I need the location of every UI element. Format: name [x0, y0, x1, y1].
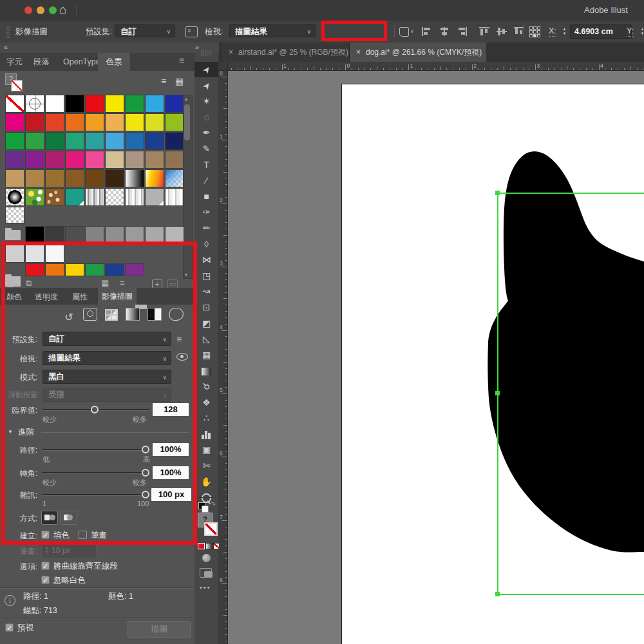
drawing-mode-icon[interactable] — [202, 554, 211, 562]
swatch[interactable] — [25, 113, 44, 131]
canvas[interactable] — [228, 71, 644, 644]
selection-tool[interactable]: ➤ — [194, 62, 218, 77]
black-and-white-icon[interactable] — [147, 308, 162, 321]
swatch[interactable] — [85, 132, 104, 150]
swatch[interactable] — [85, 169, 104, 187]
swatch[interactable] — [165, 132, 184, 150]
panel-grip[interactable] — [6, 25, 10, 38]
home-icon[interactable]: ⌂ — [59, 3, 66, 17]
swatch[interactable] — [45, 132, 64, 150]
swatch[interactable] — [45, 188, 64, 206]
swatch[interactable] — [65, 263, 84, 276]
eye-icon[interactable] — [176, 353, 188, 361]
preview-checkbox-checked[interactable]: ✓ — [5, 623, 14, 632]
x-stepper[interactable]: ▴▾ — [562, 26, 567, 35]
panel-menu-icon[interactable]: ≡ — [179, 55, 184, 66]
maximize-window-icon[interactable] — [49, 6, 57, 14]
swatch[interactable] — [105, 113, 124, 131]
scale-tool[interactable]: ◳ — [194, 268, 218, 283]
swatch[interactable] — [105, 95, 124, 113]
collapse-panels-icon[interactable]: « — [4, 43, 8, 51]
eyedropper-tool[interactable]: ⚲ — [194, 379, 218, 394]
swatch[interactable] — [25, 151, 44, 169]
swatch[interactable] — [5, 113, 24, 131]
selection-bbox-top[interactable] — [497, 193, 644, 194]
swatch-group-folder-icon[interactable] — [5, 230, 21, 240]
swatch[interactable] — [165, 226, 184, 244]
swatch[interactable] — [145, 188, 164, 206]
swatch[interactable] — [65, 169, 84, 187]
close-window-icon[interactable] — [24, 6, 32, 14]
lasso-tool[interactable]: ◌ — [194, 109, 218, 125]
swatch[interactable] — [145, 226, 164, 244]
toolbar-grip[interactable] — [201, 50, 213, 56]
swatch[interactable] — [45, 245, 64, 263]
scroll-down-icon[interactable]: ▾ — [185, 272, 187, 278]
mesh-tool[interactable]: ▦ — [194, 347, 218, 363]
ignore-white-checkbox-checked[interactable]: ✓ — [41, 576, 50, 584]
swatch[interactable] — [105, 151, 124, 169]
blend-tool[interactable]: ❖ — [194, 395, 218, 410]
stroke-checkbox-unchecked[interactable] — [79, 531, 87, 539]
swatch[interactable] — [125, 95, 144, 113]
snap-curves-checkbox-checked[interactable]: ✓ — [41, 562, 50, 570]
swatch[interactable] — [105, 226, 124, 244]
swatch[interactable] — [85, 226, 104, 244]
swatch[interactable] — [5, 132, 24, 150]
horizontal-ruler[interactable]: 101234 — [228, 62, 644, 71]
stroke-proxy-none[interactable] — [204, 522, 218, 536]
hand-tool[interactable]: ✋ — [194, 474, 218, 489]
align-top-icon[interactable] — [479, 27, 489, 36]
free-transform-tool[interactable]: ⋈ — [194, 252, 218, 267]
panel-options-icon[interactable]: ≡ — [185, 26, 198, 37]
align-left-icon[interactable] — [422, 27, 432, 36]
threshold-slider-thumb[interactable] — [91, 406, 99, 413]
swatch[interactable] — [145, 151, 164, 169]
swatch[interactable] — [45, 226, 64, 244]
list-view-icon[interactable]: ≡ — [161, 76, 166, 86]
swatch[interactable] — [65, 113, 84, 131]
tab-character[interactable]: 字元 — [3, 53, 26, 71]
swatch[interactable] — [25, 226, 44, 244]
bbox-handle-top-left[interactable] — [495, 191, 500, 195]
swatch[interactable] — [45, 95, 64, 113]
swatch[interactable] — [65, 226, 84, 244]
swatch[interactable] — [45, 263, 64, 276]
swatches-scrollbar[interactable]: ▴ ▾ — [183, 95, 193, 279]
swatch[interactable] — [105, 263, 124, 276]
type-tool[interactable]: T — [194, 157, 218, 173]
minimize-window-icon[interactable] — [37, 6, 44, 14]
paths-value-field[interactable]: 100% — [153, 443, 189, 456]
gradient-tool[interactable] — [194, 363, 218, 378]
swatch[interactable] — [85, 263, 104, 276]
magic-wand-tool[interactable]: ✶ — [194, 93, 218, 109]
grid-view-icon[interactable]: ▦ — [175, 76, 184, 86]
swatch[interactable] — [105, 188, 124, 206]
method-abutting-button[interactable] — [41, 511, 58, 525]
swatch[interactable] — [85, 95, 104, 113]
tab-image-trace-active[interactable]: 影像描圖 — [98, 288, 137, 305]
swatch[interactable] — [145, 113, 164, 131]
column-graph-tool[interactable] — [194, 426, 218, 442]
eraser-tool[interactable]: ◊ — [194, 236, 218, 252]
paths-slider-thumb[interactable] — [142, 446, 149, 453]
swatch[interactable] — [65, 151, 84, 169]
swatch[interactable] — [45, 113, 64, 131]
swatch[interactable] — [25, 132, 44, 150]
line-segment-tool[interactable]: ∕ — [194, 173, 218, 188]
rectangle-tool[interactable]: ■ — [194, 189, 218, 204]
swatch[interactable] — [65, 95, 84, 113]
corners-slider-thumb[interactable] — [142, 469, 149, 477]
scroll-up-icon[interactable]: ▴ — [185, 96, 187, 102]
bbox-handle-mid-left[interactable] — [495, 391, 500, 395]
gradient-chip[interactable] — [205, 543, 213, 549]
trace-view-dropdown[interactable]: 描圖結果∨ — [43, 351, 171, 365]
swatch[interactable] — [165, 95, 184, 113]
swatch[interactable] — [145, 95, 164, 113]
swatch[interactable] — [105, 132, 124, 150]
swatch[interactable] — [85, 188, 104, 206]
noise-slider-track[interactable] — [43, 494, 149, 496]
shape-properties-icon[interactable] — [399, 27, 409, 37]
swatch[interactable] — [165, 151, 184, 169]
expand-toolbar-icon[interactable]: » — [195, 43, 199, 51]
